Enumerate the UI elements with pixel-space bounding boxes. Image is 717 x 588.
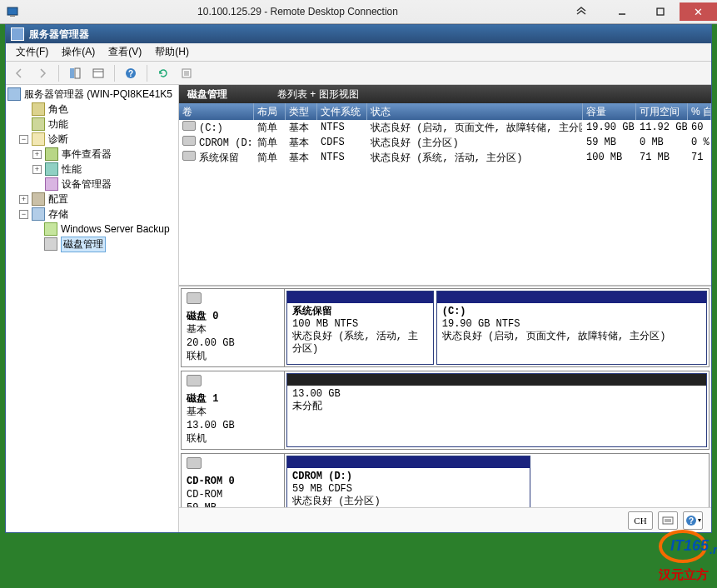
- disk-mgmt-icon: [44, 237, 57, 251]
- rdp-title: 10.100.125.29 - Remote Desktop Connectio…: [20, 6, 575, 17]
- volume-row[interactable]: CDROM (D:)简单基本CDFS状态良好 (主分区)59 MB0 MB0 %: [179, 135, 711, 150]
- app-title: 服务器管理器: [29, 27, 89, 42]
- config-expand-toggle[interactable]: +: [19, 195, 28, 204]
- toolbar: ?: [6, 62, 711, 85]
- logo-sub: 汉元立方: [659, 567, 709, 583]
- svg-rect-4: [70, 68, 74, 78]
- logo-brand: IT165: [670, 537, 709, 555]
- help-toolbar-button[interactable]: ? ▾: [683, 511, 703, 530]
- disk-row[interactable]: 磁盘 0基本20.00 GB联机系统保留100 MB NTFS状态良好 (系统,…: [181, 288, 710, 367]
- ime-button[interactable]: CH: [628, 511, 653, 530]
- storage-collapse-toggle[interactable]: −: [19, 210, 28, 219]
- disk-meta: CD-ROM 0CD-ROM59 MB联机: [182, 454, 285, 507]
- tree-performance[interactable]: 性能: [62, 162, 82, 177]
- partition[interactable]: (C:)19.90 GB NTFS状态良好 (启动, 页面文件, 故障转储, 主…: [436, 291, 707, 365]
- nav-tree[interactable]: 服务器管理器 (WIN-PQI8KE41K5 角色 功能 − 诊断 + 事件查看…: [6, 85, 179, 532]
- diagnostics-icon: [32, 132, 45, 146]
- roles-icon: [32, 102, 45, 116]
- menu-file[interactable]: 文件(F): [9, 43, 55, 61]
- help-button[interactable]: ?: [121, 63, 141, 83]
- rdp-icon: [7, 5, 20, 18]
- svg-rect-3: [657, 8, 664, 15]
- app-titlebar: 服务器管理器: [6, 25, 711, 43]
- svg-text:?: ?: [688, 516, 693, 526]
- server-manager-window: 服务器管理器 文件(F) 操作(A) 查看(V) 帮助(H) ? 服务器管理器 …: [5, 24, 712, 533]
- disk-graphical-area[interactable]: 磁盘 0基本20.00 GB联机系统保留100 MB NTFS状态良好 (系统,…: [179, 285, 711, 507]
- menu-help[interactable]: 帮助(H): [148, 43, 196, 61]
- partition[interactable]: 系统保留100 MB NTFS状态良好 (系统, 活动, 主分区): [286, 291, 434, 365]
- action-list-button[interactable]: [177, 63, 197, 83]
- rdp-titlebar: 10.100.125.29 - Remote Desktop Connectio…: [0, 0, 717, 24]
- minimize-button[interactable]: [603, 2, 640, 21]
- content-pane: 磁盘管理 卷列表 + 图形视图 卷 布局 类型 文件系统 状态 容量 可用空间 …: [179, 85, 711, 532]
- disk-icon: [187, 457, 202, 469]
- disk-icon: [187, 292, 202, 304]
- volume-icon: [182, 121, 196, 131]
- col-type[interactable]: 类型: [286, 103, 317, 120]
- tree-storage[interactable]: 存储: [48, 207, 68, 222]
- tree-device-manager[interactable]: 设备管理器: [62, 177, 112, 192]
- volume-icon: [182, 136, 196, 146]
- col-capacity[interactable]: 容量: [583, 103, 636, 120]
- svg-rect-14: [663, 517, 673, 524]
- volume-row[interactable]: 系统保留简单基本NTFS状态良好 (系统, 活动, 主分区)100 MB71 M…: [179, 150, 711, 165]
- nav-back-button[interactable]: [9, 63, 29, 83]
- device-manager-icon: [45, 177, 58, 191]
- disk-meta: 磁盘 1基本13.00 GB联机: [182, 371, 285, 449]
- storage-icon: [32, 207, 45, 221]
- tree-root[interactable]: 服务器管理器 (WIN-PQI8KE41K5: [24, 87, 172, 102]
- col-volume[interactable]: 卷: [179, 103, 254, 120]
- content-subtitle: 卷列表 + 图形视图: [277, 87, 359, 102]
- tree-diagnostics[interactable]: 诊断: [48, 132, 68, 147]
- tree-backup[interactable]: Windows Server Backup: [61, 223, 170, 235]
- backup-icon: [44, 222, 57, 236]
- menu-action[interactable]: 操作(A): [55, 43, 102, 61]
- diag-collapse-toggle[interactable]: −: [19, 135, 28, 144]
- restore-down-icon[interactable]: [575, 6, 587, 18]
- nav-forward-button[interactable]: [32, 63, 52, 83]
- menu-view[interactable]: 查看(V): [102, 43, 148, 61]
- disk-meta: 磁盘 0基本20.00 GB联机: [182, 289, 285, 366]
- server-icon: [7, 87, 21, 101]
- performance-icon: [45, 162, 58, 176]
- disk-row[interactable]: CD-ROM 0CD-ROM59 MB联机CDROM (D:)59 MB CDF…: [181, 453, 710, 507]
- tree-features[interactable]: 功能: [48, 117, 68, 132]
- content-title: 磁盘管理: [187, 87, 227, 102]
- col-layout[interactable]: 布局: [254, 103, 286, 120]
- event-expand-toggle[interactable]: +: [32, 150, 42, 159]
- svg-rect-5: [75, 68, 80, 78]
- tree-roles[interactable]: 角色: [48, 102, 68, 117]
- volume-icon: [182, 151, 196, 161]
- svg-rect-6: [93, 69, 103, 77]
- show-hide-tree-button[interactable]: [65, 63, 85, 83]
- close-button[interactable]: ✕: [680, 2, 717, 21]
- perf-expand-toggle[interactable]: +: [32, 165, 42, 174]
- bottom-toolbar: CH ? ▾: [179, 507, 711, 532]
- tree-event-viewer[interactable]: 事件查看器: [62, 147, 112, 162]
- menubar: 文件(F) 操作(A) 查看(V) 帮助(H): [6, 43, 711, 62]
- col-free[interactable]: 可用空间: [636, 103, 688, 120]
- configuration-icon: [32, 192, 45, 206]
- maximize-button[interactable]: [641, 2, 679, 21]
- partition[interactable]: 13.00 GB未分配: [286, 373, 707, 447]
- disk-row[interactable]: 磁盘 1基本13.00 GB联机13.00 GB未分配: [181, 371, 710, 450]
- volume-row[interactable]: (C:)简单基本NTFS状态良好 (启动, 页面文件, 故障转储, 主分区)19…: [179, 120, 711, 135]
- partition[interactable]: CDROM (D:)59 MB CDFS状态良好 (主分区): [286, 456, 530, 507]
- event-viewer-icon: [45, 147, 58, 161]
- logo-net: .net: [710, 543, 717, 556]
- volume-grid-header: 卷 布局 类型 文件系统 状态 容量 可用空间 % 自: [179, 103, 711, 120]
- svg-text:?: ?: [128, 69, 133, 78]
- col-pct[interactable]: % 自: [688, 103, 711, 120]
- tree-disk-management[interactable]: 磁盘管理: [61, 237, 106, 252]
- disk-icon: [187, 375, 202, 386]
- svg-rect-0: [7, 7, 17, 15]
- tree-configuration[interactable]: 配置: [48, 192, 68, 207]
- col-status[interactable]: 状态: [367, 103, 583, 120]
- features-icon: [32, 117, 45, 131]
- keyboard-button[interactable]: [658, 511, 678, 530]
- col-fs[interactable]: 文件系统: [317, 103, 367, 120]
- refresh-button[interactable]: [153, 63, 173, 83]
- volume-grid[interactable]: (C:)简单基本NTFS状态良好 (启动, 页面文件, 故障转储, 主分区)19…: [179, 120, 711, 285]
- svg-rect-1: [10, 15, 15, 17]
- properties-button[interactable]: [88, 63, 108, 83]
